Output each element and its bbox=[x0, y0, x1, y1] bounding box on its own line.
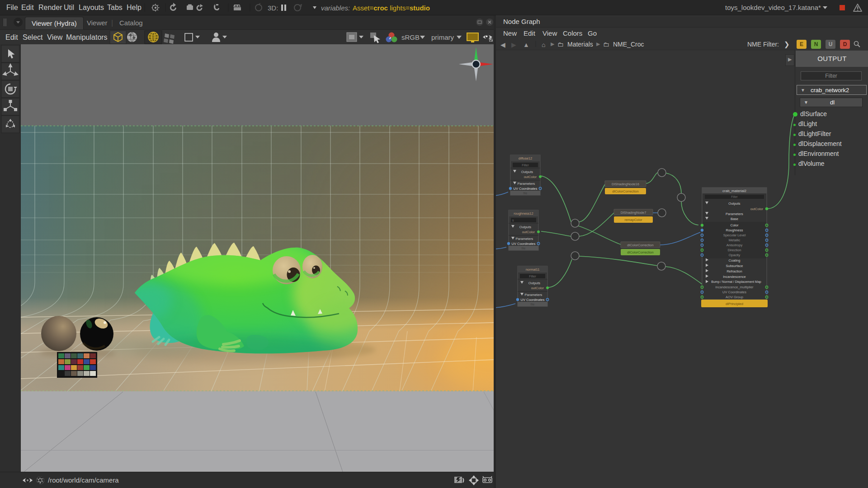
svg-text:Metallic: Metallic bbox=[729, 238, 741, 242]
svg-text:Parameters: Parameters bbox=[525, 293, 542, 297]
svg-text:AOV Group: AOV Group bbox=[726, 295, 743, 299]
svg-text:3D:: 3D: bbox=[268, 4, 278, 12]
svg-text:Filter: Filter bbox=[731, 195, 738, 198]
svg-text:Direction: Direction bbox=[728, 248, 741, 252]
svg-text:Outputs: Outputs bbox=[521, 170, 533, 174]
svg-text:normal11: normal11 bbox=[526, 267, 540, 272]
svg-text:diffuse12: diffuse12 bbox=[519, 156, 532, 160]
svg-text:Filter: Filter bbox=[522, 164, 529, 167]
svg-text:remapColor: remapColor bbox=[624, 218, 642, 222]
svg-text:variables:: variables: bbox=[321, 4, 350, 12]
svg-text:Outputs: Outputs bbox=[519, 225, 532, 229]
svg-text:outColor: outColor bbox=[522, 230, 535, 234]
svg-text:incandescence_multiplier: incandescence_multiplier bbox=[715, 285, 754, 289]
svg-text:Incandescence: Incandescence bbox=[723, 275, 745, 279]
svg-text:dlColorCorrection: dlColorCorrection bbox=[627, 243, 653, 247]
svg-text:Refraction: Refraction bbox=[726, 269, 742, 273]
svg-text:roughness12: roughness12 bbox=[514, 211, 533, 216]
svg-text:Outputs: Outputs bbox=[728, 202, 741, 206]
svg-text:Coating: Coating bbox=[729, 258, 741, 263]
svg-text:outColor: outColor bbox=[531, 286, 544, 290]
svg-text:Opacity: Opacity bbox=[729, 253, 741, 257]
svg-text:UV Coordinates: UV Coordinates bbox=[722, 290, 746, 294]
svg-text:Base: Base bbox=[731, 217, 738, 221]
svg-text:UV Coordinates: UV Coordinates bbox=[512, 242, 536, 246]
svg-text:file: file bbox=[524, 192, 528, 195]
svg-text:Parameters: Parameters bbox=[518, 182, 535, 186]
svg-text:DlShadingNode16: DlShadingNode16 bbox=[612, 182, 639, 186]
svg-text:Filter: Filter bbox=[529, 275, 536, 278]
svg-text:Asset=croc lights=studio: Asset=croc lights=studio bbox=[353, 4, 430, 12]
svg-text:Parameters: Parameters bbox=[726, 212, 743, 216]
svg-text:outColor: outColor bbox=[750, 207, 764, 211]
svg-text:Roughness: Roughness bbox=[726, 228, 743, 232]
svg-text:file: file bbox=[522, 247, 526, 250]
svg-text:DlShadingNode7: DlShadingNode7 bbox=[621, 211, 646, 215]
svg-text:UV Coordinates: UV Coordinates bbox=[514, 187, 538, 191]
svg-text:Color: Color bbox=[731, 223, 739, 227]
svg-text:Subsurface: Subsurface bbox=[726, 264, 743, 268]
svg-text:file: file bbox=[531, 303, 535, 306]
svg-text:primary: primary bbox=[431, 33, 454, 41]
svg-text:toys_lookdev_video_17.katana*: toys_lookdev_video_17.katana* bbox=[725, 4, 821, 11]
svg-text:Specular Level: Specular Level bbox=[723, 233, 746, 237]
svg-text:Parameters: Parameters bbox=[516, 237, 533, 241]
svg-text:s: s bbox=[512, 219, 514, 222]
svg-text:outColor: outColor bbox=[524, 175, 537, 179]
svg-text:UV Coordinates: UV Coordinates bbox=[521, 298, 545, 302]
svg-text:crab_material2: crab_material2 bbox=[722, 189, 746, 193]
svg-text:dlPrincipled: dlPrincipled bbox=[726, 302, 743, 306]
svg-text:Anisotropy: Anisotropy bbox=[726, 243, 743, 247]
svg-text:dlColorCorrection: dlColorCorrection bbox=[627, 250, 653, 254]
svg-text:Outputs: Outputs bbox=[528, 281, 541, 285]
svg-text:dlColorCorrection: dlColorCorrection bbox=[612, 189, 638, 193]
svg-text:Bump / Normal / Displacement M: Bump / Normal / Displacement Map bbox=[711, 280, 761, 284]
svg-text:sRGB: sRGB bbox=[401, 33, 420, 41]
